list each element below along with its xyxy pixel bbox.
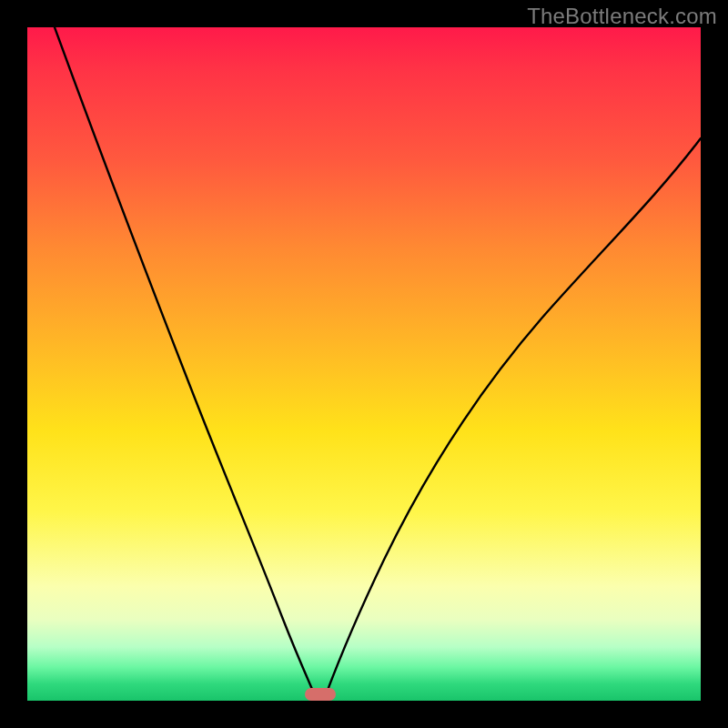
curve-layer	[27, 27, 701, 701]
curve-right-arm	[324, 138, 701, 700]
figure-frame: TheBottleneck.com	[0, 0, 728, 728]
cusp-marker	[305, 688, 336, 701]
plot-area	[27, 27, 701, 701]
watermark-text: TheBottleneck.com	[527, 4, 717, 29]
curve-left-arm	[55, 27, 317, 700]
